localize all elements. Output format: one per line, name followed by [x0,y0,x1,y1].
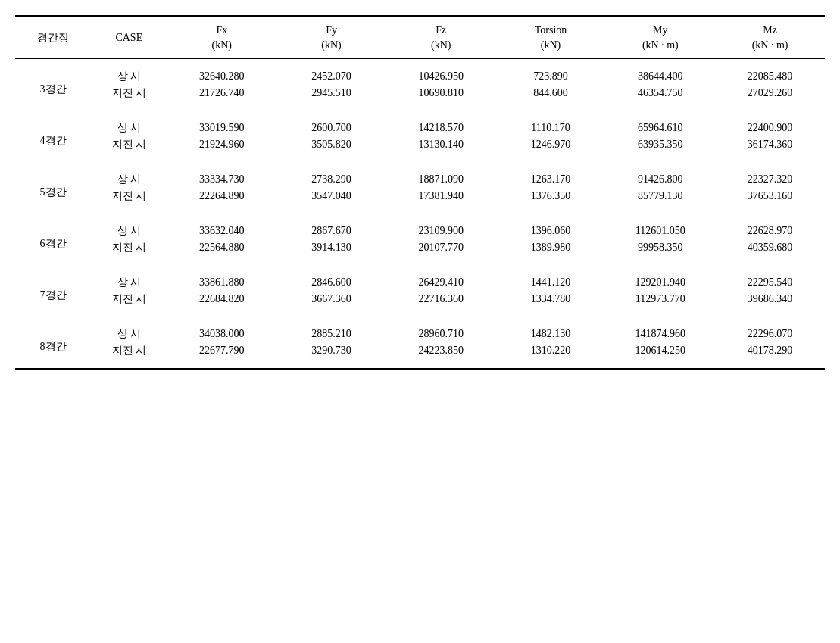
table-row: 지진 시22564.8803914.13020107.7701389.98099… [15,239,825,265]
table-row: 지진 시21726.7402945.51010690.810844.600463… [15,85,825,111]
cell-torsion: 1482.130 [496,317,606,342]
table-row: 지진 시22677.7903290.73024223.8501310.22012… [15,342,825,369]
cell-fy: 3547.040 [276,188,386,214]
cell-case: 상 시 [91,111,167,136]
cell-my: 91426.800 [605,162,715,188]
cell-my: 63935.350 [605,136,715,162]
cell-mz: 22327.320 [715,162,825,188]
cell-group-label: 7경간 [15,265,91,317]
cell-group-label: 8경간 [15,317,91,369]
header-fx: Fx (kN) [167,16,276,59]
cell-my: 129201.940 [605,265,715,291]
cell-fz: 17381.940 [386,188,496,214]
cell-my: 65964.610 [605,111,715,136]
cell-fz: 20107.770 [386,239,496,265]
table-row: 지진 시22264.8903547.04017381.9401376.35085… [15,188,825,214]
cell-fx: 22684.820 [167,291,276,317]
header-fy: Fy (kN) [276,16,386,59]
cell-fz: 24223.850 [386,342,496,369]
cell-fy: 3667.360 [276,291,386,317]
cell-mz: 39686.340 [715,291,825,317]
table-row: 7경간상 시33861.8802846.60026429.4101441.120… [15,265,825,291]
cell-my: 112973.770 [605,291,715,317]
cell-fx: 22677.790 [167,342,276,369]
cell-fy: 3505.820 [276,136,386,162]
cell-mz: 22295.540 [715,265,825,291]
cell-group-label: 5경간 [15,162,91,214]
cell-group-label: 3경간 [15,59,91,111]
cell-fy: 2738.290 [276,162,386,188]
cell-fz: 23109.900 [386,214,496,239]
cell-fy: 2885.210 [276,317,386,342]
cell-fx: 21726.740 [167,85,276,111]
cell-mz: 22296.070 [715,317,825,342]
cell-case: 상 시 [91,214,167,239]
cell-fy: 2452.070 [276,59,386,86]
cell-case: 상 시 [91,162,167,188]
cell-fz: 14218.570 [386,111,496,136]
cell-fz: 18871.090 [386,162,496,188]
cell-case: 지진 시 [91,342,167,369]
cell-fy: 2867.670 [276,214,386,239]
cell-fx: 33632.040 [167,214,276,239]
cell-case: 상 시 [91,59,167,86]
main-container: 경간장 CASE Fx (kN) Fy (kN) Fz (kN) Torsion… [15,15,825,370]
cell-fx: 33334.730 [167,162,276,188]
header-mz: Mz (kN · m) [715,16,825,59]
cell-my: 99958.350 [605,239,715,265]
cell-my: 112601.050 [605,214,715,239]
cell-torsion: 723.890 [496,59,606,86]
cell-mz: 22085.480 [715,59,825,86]
table-row: 지진 시21924.9603505.82013130.1401246.97063… [15,136,825,162]
cell-torsion: 1376.350 [496,188,606,214]
cell-fz: 10426.950 [386,59,496,86]
cell-fx: 32640.280 [167,59,276,86]
header-row: 경간장 CASE Fx (kN) Fy (kN) Fz (kN) Torsion… [15,16,825,59]
cell-torsion: 1246.970 [496,136,606,162]
cell-fy: 2600.700 [276,111,386,136]
cell-my: 85779.130 [605,188,715,214]
cell-mz: 36174.360 [715,136,825,162]
cell-torsion: 1110.170 [496,111,606,136]
table-row: 지진 시22684.8203667.36022716.3601334.78011… [15,291,825,317]
cell-case: 지진 시 [91,85,167,111]
header-case: CASE [91,16,167,59]
header-gyeongganjang: 경간장 [15,16,91,59]
cell-fy: 3914.130 [276,239,386,265]
cell-mz: 27029.260 [715,85,825,111]
cell-fz: 22716.360 [386,291,496,317]
table-row: 6경간상 시33632.0402867.67023109.9001396.060… [15,214,825,239]
data-table: 경간장 CASE Fx (kN) Fy (kN) Fz (kN) Torsion… [15,15,825,370]
cell-case: 상 시 [91,265,167,291]
table-row: 4경간상 시33019.5902600.70014218.5701110.170… [15,111,825,136]
cell-case: 지진 시 [91,291,167,317]
table-row: 8경간상 시34038.0002885.21028960.7101482.130… [15,317,825,342]
table-row: 5경간상 시33334.7302738.29018871.0901263.170… [15,162,825,188]
header-fz: Fz (kN) [386,16,496,59]
cell-fx: 33861.880 [167,265,276,291]
cell-fz: 13130.140 [386,136,496,162]
cell-case: 지진 시 [91,136,167,162]
cell-case: 지진 시 [91,188,167,214]
cell-torsion: 1310.220 [496,342,606,369]
cell-case: 지진 시 [91,239,167,265]
cell-mz: 37653.160 [715,188,825,214]
header-torsion: Torsion (kN) [496,16,606,59]
cell-fx: 22564.880 [167,239,276,265]
cell-fz: 26429.410 [386,265,496,291]
cell-group-label: 6경간 [15,214,91,265]
cell-fy: 3290.730 [276,342,386,369]
table-row: 3경간상 시32640.2802452.07010426.950723.8903… [15,59,825,86]
cell-fx: 33019.590 [167,111,276,136]
cell-fx: 21924.960 [167,136,276,162]
cell-group-label: 4경간 [15,111,91,162]
cell-fx: 22264.890 [167,188,276,214]
cell-fx: 34038.000 [167,317,276,342]
cell-torsion: 1396.060 [496,214,606,239]
cell-case: 상 시 [91,317,167,342]
cell-torsion: 1389.980 [496,239,606,265]
cell-mz: 40359.680 [715,239,825,265]
cell-mz: 40178.290 [715,342,825,369]
cell-fy: 2846.600 [276,265,386,291]
cell-torsion: 1334.780 [496,291,606,317]
